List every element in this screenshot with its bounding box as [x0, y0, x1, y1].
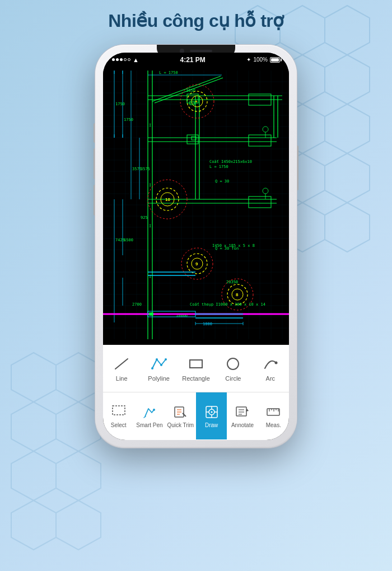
- svg-text:L = 1750: L = 1750: [209, 165, 228, 169]
- tab-smart-pen[interactable]: Smart Pen: [134, 392, 165, 439]
- wifi-icon: ▲: [133, 57, 139, 63]
- annotate-icon: [235, 404, 250, 420]
- svg-text:1750: 1750: [124, 118, 133, 122]
- smart-pen-icon: [142, 404, 157, 420]
- polyline-tool-icon: [150, 355, 168, 373]
- tab-measure[interactable]: Meas.: [258, 392, 289, 439]
- svg-point-155: [160, 364, 162, 366]
- svg-rect-157: [190, 360, 202, 368]
- status-right: ✦ 100%: [246, 57, 280, 63]
- tab-annotate[interactable]: Annotate: [227, 392, 258, 439]
- svg-text:8: 8: [236, 292, 239, 297]
- svg-point-159: [274, 362, 277, 364]
- bluetooth-icon: ✦: [246, 57, 251, 63]
- svg-point-156: [165, 358, 167, 361]
- svg-point-165: [211, 411, 212, 413]
- line-tool-label: Line: [116, 375, 128, 382]
- svg-text:1750: 1750: [115, 102, 125, 106]
- page-title: Nhiều công cụ hỗ trợ: [0, 0, 392, 37]
- svg-point-154: [156, 358, 158, 361]
- circle-tool-label: Circle: [225, 375, 241, 382]
- rectangle-tool-label: Rectangle: [182, 375, 210, 382]
- svg-marker-15: [11, 353, 56, 402]
- signal-dot-4: [124, 58, 127, 61]
- svg-text:3575: 3575: [141, 167, 150, 171]
- svg-text:20350: 20350: [226, 280, 238, 284]
- svg-marker-11: [325, 153, 370, 203]
- arc-tool-label: Arc: [266, 375, 276, 382]
- toolbar-area: Line Polyline: [103, 345, 289, 440]
- battery-fill: [271, 58, 279, 62]
- svg-text:1650: 1650: [186, 88, 195, 93]
- svg-text:1000: 1000: [203, 322, 212, 326]
- arc-tool-icon: [262, 355, 279, 373]
- svg-marker-19: [11, 451, 56, 500]
- status-bar: ▲ 4:21 PM ✦ 100%: [103, 53, 289, 65]
- signal-dot-3: [120, 58, 123, 61]
- signal-dot-5: [128, 58, 130, 61]
- signal-dot-2: [116, 58, 119, 61]
- svg-text:+: +: [195, 99, 198, 104]
- svg-marker-16: [56, 353, 101, 402]
- svg-point-153: [151, 367, 153, 369]
- signal-dot-1: [112, 58, 115, 61]
- svg-marker-8: [325, 104, 370, 153]
- polyline-tool-label: Polyline: [148, 375, 170, 382]
- polyline-tool[interactable]: Polyline: [140, 345, 177, 392]
- quick-trim-icon: [172, 404, 188, 420]
- svg-rect-160: [113, 406, 125, 415]
- svg-marker-14: [325, 203, 370, 252]
- battery-percent: 100%: [253, 57, 268, 63]
- circle-tool[interactable]: Circle: [214, 345, 251, 392]
- svg-marker-18: [56, 402, 101, 451]
- cad-canvas: 1750 1750 3575 3575 7425 6500 925 2700 L…: [103, 65, 289, 345]
- select-icon: [111, 404, 127, 420]
- tab-smart-pen-label: Smart Pen: [136, 422, 162, 428]
- svg-marker-21: [11, 500, 56, 550]
- svg-text:2700: 2700: [132, 302, 142, 307]
- cad-drawing-area[interactable]: 1750 1750 3575 3575 7425 6500 925 2700 L…: [103, 65, 289, 345]
- tab-quick-trim[interactable]: Quick Trim: [165, 392, 196, 439]
- phone-mockup: ▲ 4:21 PM ✦ 100%: [95, 45, 297, 448]
- arc-tool[interactable]: Arc: [252, 345, 289, 392]
- svg-text:6500: 6500: [124, 238, 133, 242]
- tab-draw[interactable]: Draw: [196, 392, 227, 439]
- rectangle-tool[interactable]: Rectangle: [178, 345, 214, 392]
- svg-marker-17: [11, 402, 56, 451]
- svg-text:I: I: [149, 224, 151, 228]
- tab-select-label: Select: [111, 422, 127, 428]
- status-time: 4:21 PM: [180, 56, 205, 64]
- svg-text:Coắt theụp I1000 x 300 x 10 x : Coắt theụp I1000 x 300 x 10 x 14: [190, 302, 265, 307]
- line-tool-icon: [113, 355, 130, 373]
- measure-icon: [265, 404, 281, 420]
- svg-rect-147: [150, 313, 153, 315]
- svg-text:L = 1750: L = 1750: [159, 71, 178, 75]
- svg-marker-5: [325, 55, 370, 104]
- svg-text:9: 9: [195, 261, 198, 266]
- rectangle-tool-icon: [187, 355, 205, 373]
- draw-tools-row: Line Polyline: [103, 345, 289, 392]
- svg-text:I: I: [149, 274, 151, 279]
- tab-quick-trim-label: Quick Trim: [167, 422, 194, 428]
- svg-point-161: [153, 409, 155, 411]
- tab-measure-label: Meas.: [266, 422, 281, 428]
- svg-text:I: I: [149, 123, 151, 128]
- svg-line-152: [115, 359, 128, 369]
- svg-rect-174: [267, 409, 279, 415]
- svg-text:I450 x 185 x 5 x 8: I450 x 185 x 5 x 8: [212, 244, 255, 248]
- signal-indicator: [112, 58, 130, 61]
- tab-draw-label: Draw: [205, 422, 218, 428]
- line-tool[interactable]: Line: [103, 345, 140, 392]
- battery-icon: [270, 57, 280, 63]
- bottom-tabs: Select Smart Pen: [103, 392, 289, 439]
- svg-point-158: [227, 358, 239, 369]
- svg-text:Coắt I450x215x6x10: Coắt I450x215x6x10: [209, 160, 252, 164]
- svg-text:10: 10: [165, 197, 170, 202]
- phone-screen: ▲ 4:21 PM ✦ 100%: [103, 53, 289, 440]
- circle-tool-icon: [224, 355, 242, 373]
- draw-icon: [204, 404, 220, 420]
- tab-select[interactable]: Select: [103, 392, 134, 439]
- svg-marker-22: [56, 500, 101, 550]
- status-left: ▲: [112, 57, 139, 63]
- speaker-slot: [190, 50, 212, 52]
